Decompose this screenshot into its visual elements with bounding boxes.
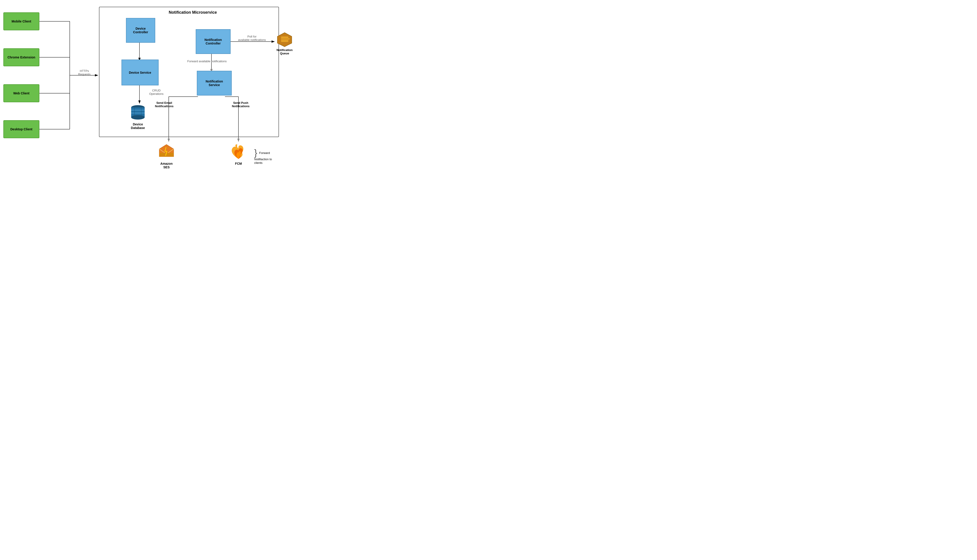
amazon-ses-label: AmazonSES	[161, 162, 172, 169]
notification-service-box: NotificationService	[197, 71, 232, 95]
desktop-client-label: Desktop Client	[10, 127, 32, 131]
device-service-box: Device Service	[122, 60, 159, 85]
amazon-ses-icon	[157, 143, 176, 161]
notification-queue-icon	[276, 32, 294, 47]
svg-point-18	[131, 115, 145, 120]
web-client-box: Web Client	[3, 84, 39, 102]
mobile-client-box: Mobile Client	[3, 12, 39, 30]
mobile-client-label: Mobile Client	[12, 20, 31, 23]
chrome-extension-label: Chrome Extension	[7, 55, 35, 59]
notification-controller-box: NotificationController	[196, 29, 231, 54]
desktop-client-box: Desktop Client	[3, 120, 39, 138]
web-client-label: Web Client	[13, 92, 30, 95]
forward-available-label: Forward available notifications	[184, 60, 229, 63]
chrome-extension-box: Chrome Extension	[3, 48, 39, 66]
crud-operations-label: CRUDOperations	[146, 89, 166, 95]
notification-queue-label: NotificationQueue	[276, 48, 293, 55]
device-controller-label: DeviceController	[133, 27, 148, 34]
notification-service-label: NotificationService	[206, 80, 223, 87]
fcm-label: FCM	[235, 162, 242, 165]
svg-rect-24	[281, 37, 288, 42]
push-notifications-label: Send PushNotifications	[225, 101, 256, 108]
notification-queue: NotificationQueue	[276, 32, 294, 55]
microservice-title: Notification Microservice	[169, 10, 217, 15]
device-database-label: DeviceDatabase	[131, 122, 145, 130]
email-notifications-label: Send EmailNotificaitions	[149, 101, 180, 108]
diagram-container: Mobile Client Chrome Extension Web Clien…	[0, 0, 315, 180]
notification-controller-label: NotificationController	[204, 38, 222, 45]
fcm-icon	[229, 143, 248, 161]
device-controller-box: DeviceController	[126, 18, 155, 43]
https-requests-label: HTTPsRequests	[74, 69, 94, 76]
poll-label: Poll foravailable notifications	[232, 35, 272, 42]
amazon-ses: AmazonSES	[157, 143, 176, 169]
fcm: FCM	[229, 143, 248, 165]
forward-clients-brace: } ForwardNotifiaction toclients	[254, 148, 272, 165]
device-service-label: Device Service	[129, 71, 151, 74]
device-database: DeviceDatabase	[129, 103, 147, 130]
device-database-icon	[129, 103, 147, 122]
